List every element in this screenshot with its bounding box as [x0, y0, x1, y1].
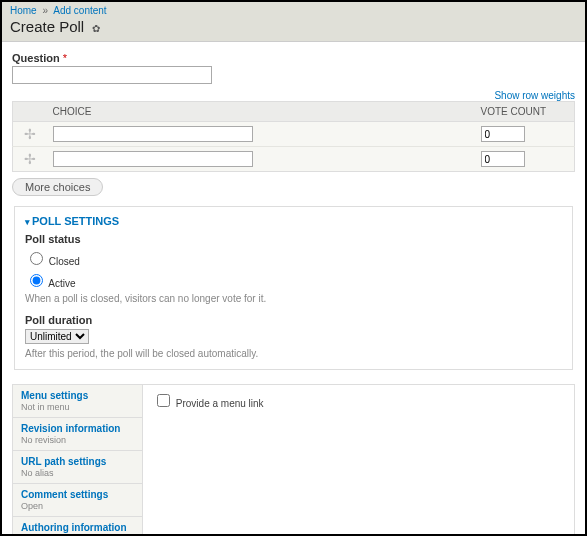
table-row: ✢ [13, 147, 575, 172]
vote-count-input[interactable] [481, 126, 525, 142]
collapse-arrow-icon: ▾ [25, 217, 30, 227]
vertical-tabs-pane: Provide a menu link [143, 385, 574, 536]
radio-active[interactable]: Active [25, 278, 75, 289]
poll-settings-title-text: POLL SETTINGS [32, 215, 119, 227]
radio-closed-label: Closed [49, 256, 80, 267]
more-choices-button[interactable]: More choices [12, 178, 103, 196]
tab-summary: Not in menu [21, 402, 134, 412]
poll-duration-select[interactable]: Unlimited [25, 329, 89, 344]
provide-menu-link-checkbox[interactable] [157, 394, 170, 407]
tab-summary: No alias [21, 468, 134, 478]
breadcrumb-add-content[interactable]: Add content [53, 5, 106, 16]
show-row-weights-link[interactable]: Show row weights [494, 90, 575, 101]
poll-status-label: Poll status [25, 233, 562, 245]
poll-settings-fieldset: ▾POLL SETTINGS Poll status Closed Active… [14, 206, 573, 370]
poll-duration-label: Poll duration [25, 314, 562, 326]
tab-title: Comment settings [21, 489, 134, 500]
choice-input[interactable] [53, 151, 253, 167]
question-label: Question [12, 52, 60, 64]
tab-title: Authoring information [21, 522, 134, 533]
poll-settings-title[interactable]: ▾POLL SETTINGS [25, 215, 562, 227]
provide-menu-link-label: Provide a menu link [176, 398, 264, 409]
tab-title: Revision information [21, 423, 134, 434]
tab-summary: No revision [21, 435, 134, 445]
drag-handle-icon[interactable]: ✢ [13, 122, 47, 147]
question-field: Question * [12, 52, 575, 84]
tab-title: Menu settings [21, 390, 134, 401]
tab-menu-settings[interactable]: Menu settings Not in menu [13, 385, 142, 418]
breadcrumb: Home » Add content [10, 5, 577, 16]
vertical-tabs-list: Menu settings Not in menu Revision infor… [13, 385, 143, 536]
breadcrumb-sep: » [42, 5, 48, 16]
question-input[interactable] [12, 66, 212, 84]
tab-authoring-information[interactable]: Authoring information By Admin [13, 517, 142, 536]
required-marker: * [63, 52, 67, 64]
col-handle [13, 102, 47, 122]
radio-closed[interactable]: Closed [25, 256, 80, 267]
radio-active-label: Active [48, 278, 75, 289]
header-bar: Home » Add content Create Poll ✿ [2, 2, 585, 42]
page-title: Create Poll ✿ [10, 18, 577, 35]
gear-icon[interactable]: ✿ [92, 23, 100, 34]
col-choice: CHOICE [47, 102, 475, 122]
tab-summary: Open [21, 501, 134, 511]
drag-handle-icon[interactable]: ✢ [13, 147, 47, 172]
choices-table: CHOICE VOTE COUNT ✢ ✢ [12, 101, 575, 172]
status-hint: When a poll is closed, visitors can no l… [25, 293, 562, 304]
tab-url-path-settings[interactable]: URL path settings No alias [13, 451, 142, 484]
tab-revision-information[interactable]: Revision information No revision [13, 418, 142, 451]
tab-title: URL path settings [21, 456, 134, 467]
duration-hint: After this period, the poll will be clos… [25, 348, 562, 359]
page-title-text: Create Poll [10, 18, 84, 35]
col-vote: VOTE COUNT [475, 102, 575, 122]
vote-count-input[interactable] [481, 151, 525, 167]
provide-menu-link[interactable]: Provide a menu link [153, 398, 264, 409]
tab-comment-settings[interactable]: Comment settings Open [13, 484, 142, 517]
choice-input[interactable] [53, 126, 253, 142]
table-row: ✢ [13, 122, 575, 147]
vertical-tabs: Menu settings Not in menu Revision infor… [12, 384, 575, 536]
breadcrumb-home[interactable]: Home [10, 5, 37, 16]
